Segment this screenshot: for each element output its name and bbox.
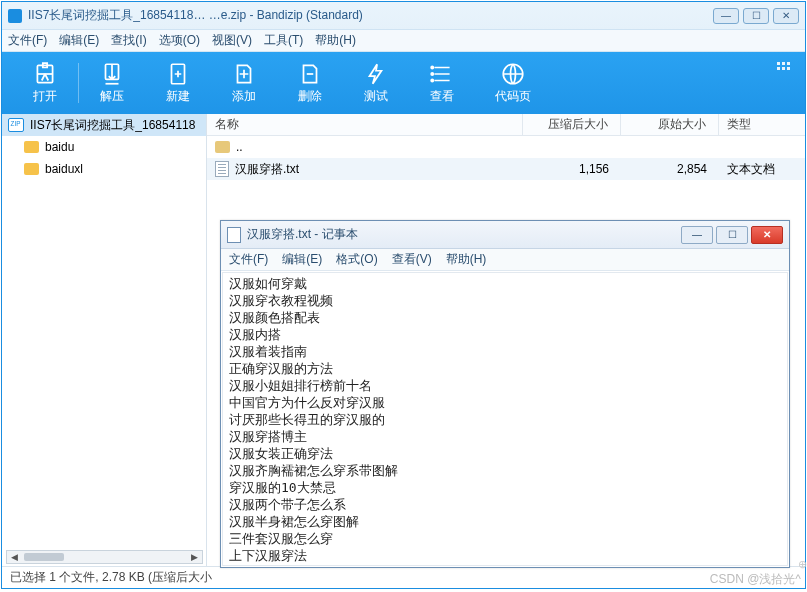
folder-icon	[24, 163, 39, 175]
np-menu-help[interactable]: 帮助(H)	[446, 251, 487, 268]
crosshair-icon: ⊕	[798, 558, 807, 571]
close-button[interactable]: ✕	[751, 226, 783, 244]
status-bar: 已选择 1 个文件, 2.78 KB (压缩后大小	[2, 566, 805, 588]
menu-options[interactable]: 选项(O)	[159, 32, 200, 49]
add-icon	[231, 61, 257, 87]
test-icon	[363, 61, 389, 87]
tree-hscroll[interactable]: ◀▶	[6, 550, 203, 564]
np-menu-view[interactable]: 查看(V)	[392, 251, 432, 268]
col-packed[interactable]: 压缩后大小	[523, 114, 621, 135]
toolbar-extract[interactable]: 解压	[79, 52, 145, 114]
toolbar-codepage[interactable]: 代码页	[475, 52, 551, 114]
menu-help[interactable]: 帮助(H)	[315, 32, 356, 49]
svg-point-5	[431, 79, 433, 81]
menu-file[interactable]: 文件(F)	[8, 32, 47, 49]
tree-root-label: IIS7长尾词挖掘工具_16854118	[30, 117, 195, 134]
svg-point-3	[431, 66, 433, 68]
window-controls: — ☐ ✕	[713, 8, 799, 24]
svg-rect-12	[787, 67, 790, 70]
menu-find[interactable]: 查找(I)	[111, 32, 146, 49]
svg-rect-9	[787, 62, 790, 65]
notepad-controls: — ☐ ✕	[681, 226, 783, 244]
svg-point-4	[431, 73, 433, 75]
toolbar-test[interactable]: 测试	[343, 52, 409, 114]
text-file-icon	[215, 161, 229, 177]
notepad-icon	[227, 227, 241, 243]
np-menu-edit[interactable]: 编辑(E)	[282, 251, 322, 268]
svg-rect-8	[782, 62, 785, 65]
np-menu-format[interactable]: 格式(O)	[336, 251, 377, 268]
watermark: CSDN @浅拾光^	[710, 571, 801, 588]
toolbar-open[interactable]: 打开	[12, 52, 78, 114]
tree-folder[interactable]: baiduxl	[2, 158, 206, 180]
toolbar-view[interactable]: 查看	[409, 52, 475, 114]
col-name[interactable]: 名称	[207, 114, 523, 135]
svg-rect-10	[777, 67, 780, 70]
folder-icon	[215, 141, 230, 153]
folder-icon	[24, 141, 39, 153]
list-header[interactable]: 名称 压缩后大小 原始大小 类型	[207, 114, 805, 136]
close-button[interactable]: ✕	[773, 8, 799, 24]
tree-folder[interactable]: baidu	[2, 136, 206, 158]
toolbar-delete[interactable]: 删除	[277, 52, 343, 114]
notepad-titlebar[interactable]: 汉服穿搭.txt - 记事本 — ☐ ✕	[221, 221, 789, 249]
col-original[interactable]: 原始大小	[621, 114, 719, 135]
notepad-window: 汉服穿搭.txt - 记事本 — ☐ ✕ 文件(F) 编辑(E) 格式(O) 查…	[220, 220, 790, 568]
col-type[interactable]: 类型	[719, 114, 805, 135]
bandizip-titlebar[interactable]: IIS7长尾词挖掘工具_16854118… …e.zip - Bandizip …	[2, 2, 805, 30]
view-icon	[429, 61, 455, 87]
globe-icon	[500, 61, 526, 87]
svg-rect-11	[782, 67, 785, 70]
extract-icon	[99, 61, 125, 87]
notepad-menubar: 文件(F) 编辑(E) 格式(O) 查看(V) 帮助(H)	[221, 249, 789, 271]
open-icon	[32, 61, 58, 87]
np-menu-file[interactable]: 文件(F)	[229, 251, 268, 268]
minimize-button[interactable]: —	[713, 8, 739, 24]
delete-icon	[297, 61, 323, 87]
minimize-button[interactable]: —	[681, 226, 713, 244]
zip-icon	[8, 118, 24, 132]
menu-view[interactable]: 视图(V)	[212, 32, 252, 49]
menu-tools[interactable]: 工具(T)	[264, 32, 303, 49]
bandizip-menubar: 文件(F) 编辑(E) 查找(I) 选项(O) 视图(V) 工具(T) 帮助(H…	[2, 30, 805, 52]
status-text: 已选择 1 个文件, 2.78 KB (压缩后大小	[10, 569, 212, 586]
window-title: IIS7长尾词挖掘工具_16854118… …e.zip - Bandizip …	[28, 7, 713, 24]
toolbar-new[interactable]: 新建	[145, 52, 211, 114]
notepad-title: 汉服穿搭.txt - 记事本	[247, 226, 681, 243]
notepad-content[interactable]: 汉服如何穿戴 汉服穿衣教程视频 汉服颜色搭配表 汉服内搭 汉服着装指南 正确穿汉…	[222, 272, 788, 566]
maximize-button[interactable]: ☐	[716, 226, 748, 244]
tree-root[interactable]: IIS7长尾词挖掘工具_16854118	[2, 114, 206, 136]
folder-tree[interactable]: IIS7长尾词挖掘工具_16854118 baidu baiduxl ◀▶	[2, 114, 207, 566]
grid-icon[interactable]	[777, 62, 791, 76]
svg-rect-7	[777, 62, 780, 65]
toolbar-add[interactable]: 添加	[211, 52, 277, 114]
menu-edit[interactable]: 编辑(E)	[59, 32, 99, 49]
list-row[interactable]: 汉服穿搭.txt 1,156 2,854 文本文档	[207, 158, 805, 180]
new-icon	[165, 61, 191, 87]
bandizip-toolbar: 打开 解压 新建 添加 删除 测试 查看 代码页	[2, 52, 805, 114]
maximize-button[interactable]: ☐	[743, 8, 769, 24]
bandizip-icon	[8, 9, 22, 23]
list-row[interactable]: ..	[207, 136, 805, 158]
